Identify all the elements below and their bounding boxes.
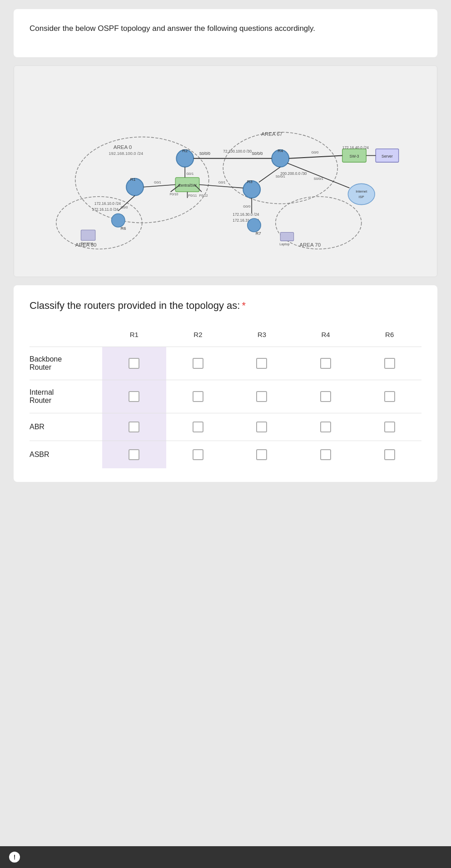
cell-backbone-r2[interactable] — [166, 347, 230, 380]
cell-backbone-r3[interactable] — [230, 347, 294, 380]
cell-abr-r3[interactable] — [230, 413, 294, 441]
table-row-asbr: ASBR — [30, 441, 421, 469]
classify-table: R1 R2 R3 R4 R6 BackboneRouter — [30, 326, 421, 468]
cell-asbr-r6[interactable] — [357, 441, 421, 469]
col-header-r6: R6 — [357, 326, 421, 347]
svg-text:Internet: Internet — [356, 189, 367, 193]
svg-text:R4: R4 — [278, 148, 283, 153]
svg-text:G0/1: G0/1 — [154, 180, 161, 184]
question-text: Consider the below OSPF topology and ans… — [30, 23, 421, 35]
checkbox-wrapper-internal-r4[interactable] — [297, 391, 354, 402]
svg-text:S0/0/0: S0/0/0 — [199, 151, 211, 156]
cell-asbr-r3[interactable] — [230, 441, 294, 469]
col-header-r1: R1 — [102, 326, 166, 347]
svg-text:172.16.30.0 /24: 172.16.30.0 /24 — [233, 212, 259, 216]
checkbox-wrapper-internal-r6[interactable] — [361, 391, 418, 402]
cell-abr-r1[interactable] — [102, 413, 166, 441]
topology-card: AREA 0 192.168.100.0 /24 AREA 80 AREA 67… — [14, 65, 437, 277]
svg-text:200.200.0.0 /30: 200.200.0.0 /30 — [280, 171, 307, 176]
checkbox-wrapper-abr-r1[interactable] — [106, 422, 163, 432]
checkbox-wrapper-internal-r3[interactable] — [233, 391, 290, 402]
svg-text:S0/0/1: S0/0/1 — [314, 177, 323, 181]
checkbox-wrapper-abr-r3[interactable] — [233, 422, 290, 432]
checkbox-asbr-r1[interactable] — [129, 449, 139, 460]
checkbox-abr-r1[interactable] — [129, 422, 139, 432]
cell-asbr-r4[interactable] — [294, 441, 358, 469]
cell-asbr-r2[interactable] — [166, 441, 230, 469]
cell-internal-r3[interactable] — [230, 380, 294, 413]
checkbox-abr-r2[interactable] — [193, 422, 203, 432]
checkbox-wrapper-backbone-r1[interactable] — [106, 358, 163, 369]
topology-diagram: AREA 0 192.168.100.0 /24 AREA 80 AREA 67… — [23, 75, 428, 266]
checkbox-wrapper-asbr-r6[interactable] — [361, 449, 418, 460]
cell-backbone-r4[interactable] — [294, 347, 358, 380]
col-header-r2: R2 — [166, 326, 230, 347]
svg-point-63 — [248, 218, 261, 232]
svg-line-39 — [289, 155, 342, 158]
checkbox-wrapper-abr-r6[interactable] — [361, 422, 418, 432]
checkbox-wrapper-backbone-r3[interactable] — [233, 358, 290, 369]
cell-internal-r6[interactable] — [357, 380, 421, 413]
svg-text:R3: R3 — [247, 179, 253, 184]
checkbox-asbr-r2[interactable] — [193, 449, 203, 460]
checkbox-wrapper-backbone-r2[interactable] — [170, 358, 227, 369]
checkbox-asbr-r3[interactable] — [256, 449, 267, 460]
cell-abr-r2[interactable] — [166, 413, 230, 441]
checkbox-backbone-r1[interactable] — [129, 358, 139, 369]
alert-bar: ! — [0, 846, 451, 868]
row-label-internal: InternalRouter — [30, 380, 102, 413]
checkbox-wrapper-asbr-r3[interactable] — [233, 449, 290, 460]
checkbox-asbr-r4[interactable] — [320, 449, 331, 460]
checkbox-abr-r4[interactable] — [320, 422, 331, 432]
table-row-backbone: BackboneRouter — [30, 347, 421, 380]
svg-text:G0/1: G0/1 — [186, 172, 193, 176]
cell-backbone-r6[interactable] — [357, 347, 421, 380]
svg-text:172.16.40.0 /24: 172.16.40.0 /24 — [342, 145, 369, 149]
cell-abr-r4[interactable] — [294, 413, 358, 441]
checkbox-wrapper-asbr-r1[interactable] — [106, 449, 163, 460]
cell-internal-r1[interactable] — [102, 380, 166, 413]
checkbox-wrapper-abr-r2[interactable] — [170, 422, 227, 432]
svg-text:AREA 67: AREA 67 — [261, 131, 282, 137]
row-label-abr: ABR — [30, 413, 102, 441]
col-header-empty — [30, 326, 102, 347]
cell-backbone-r1[interactable] — [102, 347, 166, 380]
svg-text:CentralSW: CentralSW — [178, 183, 197, 187]
table-row-abr: ABR — [30, 413, 421, 441]
checkbox-abr-r3[interactable] — [256, 422, 267, 432]
svg-text:Laptop: Laptop — [279, 242, 289, 246]
checkbox-internal-r3[interactable] — [256, 391, 267, 402]
col-header-r4: R4 — [294, 326, 358, 347]
checkbox-wrapper-backbone-r6[interactable] — [361, 358, 418, 369]
svg-text:G0/0: G0/0 — [243, 204, 250, 208]
checkbox-wrapper-internal-r2[interactable] — [170, 391, 227, 402]
checkbox-wrapper-backbone-r4[interactable] — [297, 358, 354, 369]
svg-text:72.100.100.0 /30: 72.100.100.0 /30 — [223, 149, 252, 154]
checkbox-asbr-r6[interactable] — [384, 449, 395, 460]
checkbox-backbone-r6[interactable] — [384, 358, 395, 369]
checkbox-internal-r6[interactable] — [384, 391, 395, 402]
checkbox-wrapper-asbr-r2[interactable] — [170, 449, 227, 460]
checkbox-backbone-r4[interactable] — [320, 358, 331, 369]
alert-icon: ! — [9, 852, 20, 863]
cell-internal-r4[interactable] — [294, 380, 358, 413]
svg-line-29 — [144, 184, 175, 187]
checkbox-internal-r1[interactable] — [129, 391, 139, 402]
checkbox-abr-r6[interactable] — [384, 422, 395, 432]
checkbox-backbone-r2[interactable] — [193, 358, 203, 369]
svg-text:F0/10: F0/10 — [170, 192, 178, 196]
checkbox-wrapper-asbr-r4[interactable] — [297, 449, 354, 460]
cell-internal-r2[interactable] — [166, 380, 230, 413]
row-label-asbr: ASBR — [30, 441, 102, 469]
svg-text:Desktop: Desktop — [81, 241, 93, 245]
checkbox-backbone-r3[interactable] — [256, 358, 267, 369]
svg-line-33 — [199, 184, 243, 188]
cell-abr-r6[interactable] — [357, 413, 421, 441]
checkbox-internal-r2[interactable] — [193, 391, 203, 402]
svg-text:Server: Server — [382, 154, 393, 158]
cell-asbr-r1[interactable] — [102, 441, 166, 469]
svg-text:G0/1: G0/1 — [218, 180, 226, 184]
checkbox-internal-r4[interactable] — [320, 391, 331, 402]
checkbox-wrapper-abr-r4[interactable] — [297, 422, 354, 432]
checkbox-wrapper-internal-r1[interactable] — [106, 391, 163, 402]
